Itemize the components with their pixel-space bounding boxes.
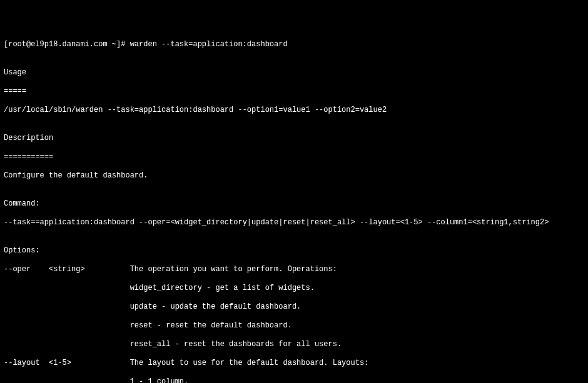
description-line: Configure the default dashboard. bbox=[4, 171, 584, 181]
command-line: --task==application:dashboard --oper=<wi… bbox=[4, 218, 584, 227]
description-header: Description bbox=[4, 134, 584, 143]
option-layout-line-2: 1 - 1 column. bbox=[4, 377, 584, 383]
command-header: Command: bbox=[4, 199, 584, 209]
option-oper-line-3: update - update the default dashboard. bbox=[4, 302, 584, 312]
prompt-executed-command: [root@el9p18.danami.com ~]# warden --tas… bbox=[4, 40, 584, 49]
usage-header: Usage bbox=[4, 68, 584, 77]
option-layout-line-1: --layout <1-5> The layout to use for the… bbox=[4, 359, 584, 368]
description-underline: =========== bbox=[4, 152, 584, 162]
option-oper-line-4: reset - reset the default dashboard. bbox=[4, 321, 584, 331]
options-header: Options: bbox=[4, 246, 584, 256]
option-oper-line-2: widget_directory - get a list of widgets… bbox=[4, 284, 584, 293]
option-oper-line-1: --oper <string> The operation you want t… bbox=[4, 265, 584, 274]
option-oper-line-5: reset_all - reset the dashboards for all… bbox=[4, 340, 584, 349]
usage-underline: ===== bbox=[4, 87, 584, 96]
usage-line: /usr/local/sbin/warden --task=applicatio… bbox=[4, 106, 584, 115]
